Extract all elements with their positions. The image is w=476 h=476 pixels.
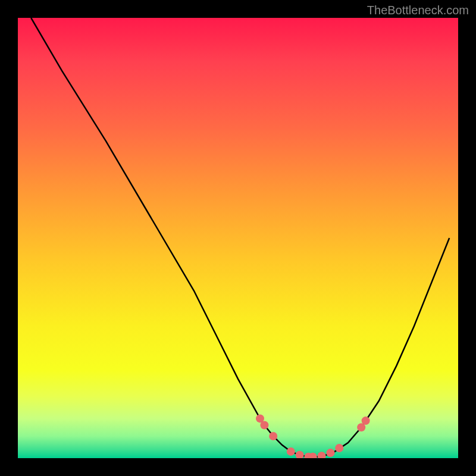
attribution-text: TheBottleneck.com	[367, 4, 469, 17]
chart-gradient-background	[18, 18, 458, 458]
